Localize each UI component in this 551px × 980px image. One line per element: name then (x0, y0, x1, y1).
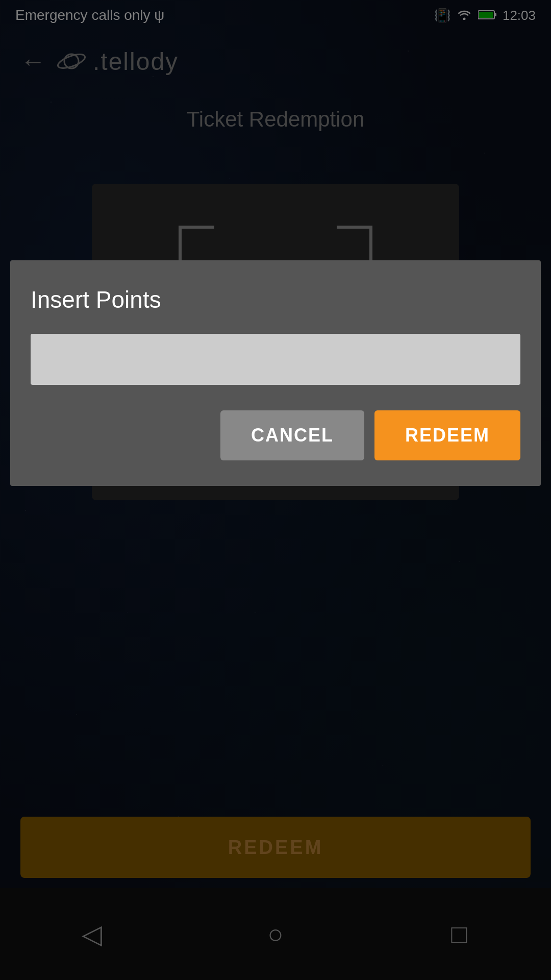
cancel-button[interactable]: CANCEL (220, 410, 364, 460)
dialog-buttons: CANCEL REDEEM (31, 410, 520, 460)
dialog-title: Insert Points (31, 286, 520, 313)
modal-overlay (0, 0, 551, 980)
insert-points-dialog: Insert Points CANCEL REDEEM (10, 260, 541, 486)
points-input[interactable] (31, 334, 520, 385)
redeem-button[interactable]: REDEEM (374, 410, 520, 460)
